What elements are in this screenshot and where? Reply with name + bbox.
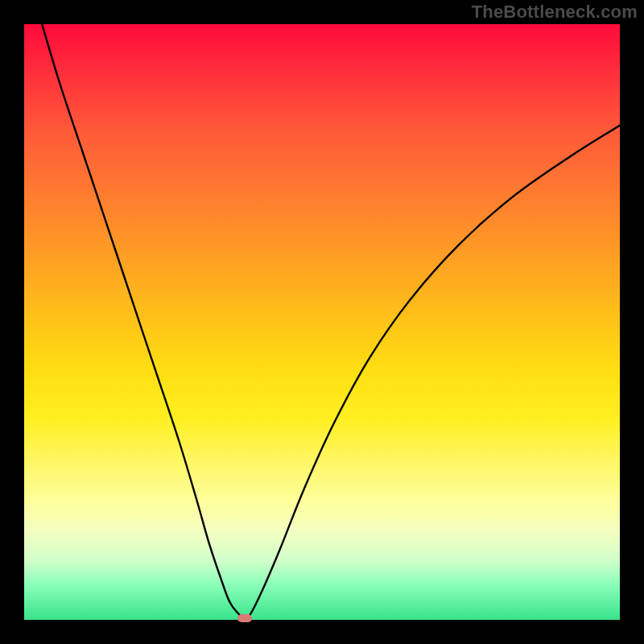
bottleneck-curve-path (42, 24, 620, 618)
plot-area (24, 24, 620, 620)
minimum-marker (237, 614, 252, 622)
watermark-text: TheBottleneck.com (472, 2, 638, 23)
chart-frame: TheBottleneck.com (0, 0, 644, 644)
curve-svg (24, 24, 620, 620)
